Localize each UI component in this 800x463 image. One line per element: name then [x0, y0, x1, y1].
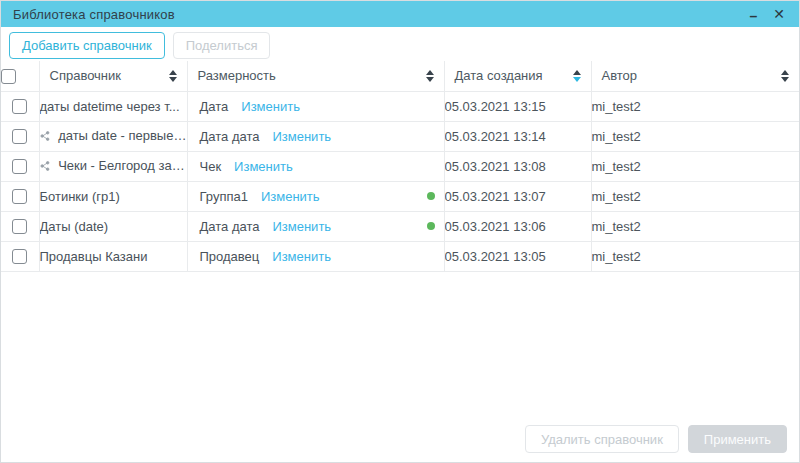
sort-icon-author[interactable] [781, 70, 789, 82]
dimension-value: Дата дата [200, 129, 260, 144]
footer: Удалить справочник Применить [525, 425, 787, 453]
edit-link[interactable]: Изменить [234, 159, 293, 174]
author: mi_test2 [591, 181, 799, 211]
row-checkbox[interactable] [12, 189, 27, 204]
row-checkbox[interactable] [12, 159, 27, 174]
author: mi_test2 [591, 211, 799, 241]
edit-link[interactable]: Изменить [272, 249, 331, 264]
dictionaries-table: Справочник Размерность Дата создания Авт… [1, 61, 799, 272]
dimension-value: Группа1 [200, 189, 248, 204]
dimension-value: Дата [200, 99, 229, 114]
row-checkbox[interactable] [12, 249, 27, 264]
dimension-value: Продавец [200, 249, 260, 264]
add-dictionary-button[interactable]: Добавить справочник [9, 32, 165, 59]
active-indicator [427, 192, 435, 200]
shared-icon [40, 129, 50, 144]
edit-link[interactable]: Изменить [261, 189, 320, 204]
table-header-row: Справочник Размерность Дата создания Авт… [1, 61, 799, 91]
active-indicator [427, 222, 435, 230]
author: mi_test2 [591, 241, 799, 271]
edit-link[interactable]: Изменить [272, 129, 331, 144]
titlebar: Библиотека справочников – ✕ [1, 1, 799, 27]
window-controls: – ✕ [749, 7, 789, 21]
window-title: Библиотека справочников [13, 7, 749, 22]
apply-button[interactable]: Применить [688, 425, 787, 453]
dictionary-name: Чеки - Белгород за но... [58, 158, 187, 173]
sort-icon-created[interactable] [573, 70, 581, 82]
dimension-value: Чек [200, 159, 222, 174]
column-header-created: Дата создания [455, 68, 543, 83]
author: mi_test2 [591, 151, 799, 181]
dictionary-name: Даты (date) [40, 219, 109, 234]
table-row: Чеки - Белгород за но... Чек Изменить 05… [1, 151, 799, 181]
row-checkbox[interactable] [12, 219, 27, 234]
created-date: 05.03.2021 13:08 [444, 151, 591, 181]
share-button[interactable]: Поделиться [173, 32, 271, 59]
row-checkbox[interactable] [12, 129, 27, 144]
dictionary-name: даты datetime через т... [40, 99, 180, 114]
column-header-dictionary: Справочник [50, 68, 122, 83]
sort-icon-dimension[interactable] [426, 70, 434, 82]
dictionary-library-dialog: Библиотека справочников – ✕ Добавить спр… [0, 0, 800, 463]
created-date: 05.03.2021 13:06 [444, 211, 591, 241]
row-checkbox[interactable] [12, 99, 27, 114]
table-row: даты date - первые дв... Дата дата Измен… [1, 121, 799, 151]
edit-link[interactable]: Изменить [272, 219, 331, 234]
shared-icon [40, 159, 50, 174]
dictionary-name: Ботинки (гр1) [40, 189, 120, 204]
created-date: 05.03.2021 13:07 [444, 181, 591, 211]
table-row: даты datetime через т... Дата Изменить 0… [1, 91, 799, 121]
toolbar: Добавить справочник Поделиться [1, 27, 799, 61]
table-row: Ботинки (гр1) Группа1 Изменить 05.03.202… [1, 181, 799, 211]
created-date: 05.03.2021 13:15 [444, 91, 591, 121]
dimension-value: Дата дата [200, 219, 260, 234]
column-header-dimension: Размерность [198, 68, 276, 83]
column-header-author: Автор [602, 68, 638, 83]
dictionary-name: даты date - первые дв... [58, 128, 187, 143]
table-row: Продавцы Казани Продавец Изменить 05.03.… [1, 241, 799, 271]
edit-link[interactable]: Изменить [241, 99, 300, 114]
author: mi_test2 [591, 91, 799, 121]
delete-dictionary-button[interactable]: Удалить справочник [525, 425, 679, 453]
created-date: 05.03.2021 13:05 [444, 241, 591, 271]
header-checkbox[interactable] [1, 69, 16, 84]
close-icon[interactable]: ✕ [773, 7, 785, 21]
author: mi_test2 [591, 121, 799, 151]
created-date: 05.03.2021 13:14 [444, 121, 591, 151]
table-row: Даты (date) Дата дата Изменить 05.03.202… [1, 211, 799, 241]
dictionary-name: Продавцы Казани [40, 249, 148, 264]
minimize-icon[interactable]: – [749, 9, 757, 23]
sort-icon-dictionary[interactable] [169, 70, 177, 82]
